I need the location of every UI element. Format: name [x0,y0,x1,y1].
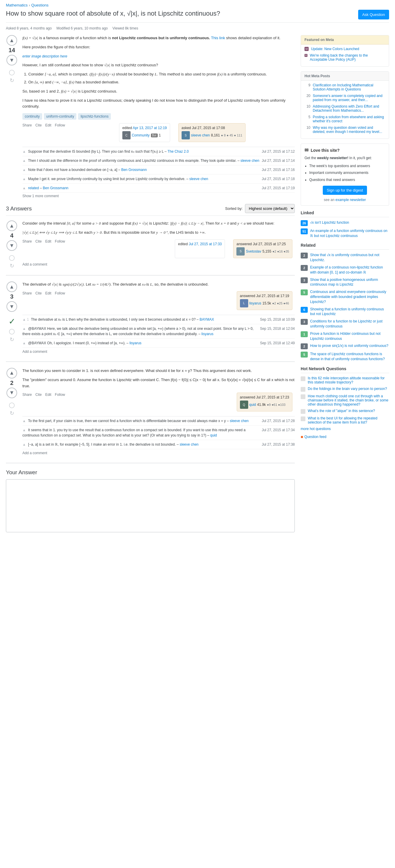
answer-3-vote-up[interactable]: ▲ [6,368,17,378]
hot-network-link-4[interactable]: What is the best UI for allowing the rep… [308,416,389,425]
answer-2-add-comment[interactable]: Add a comment [22,348,295,355]
related-header: Related [301,243,389,250]
hot-network-link-1[interactable]: Do the foldings in the brain vary person… [308,387,387,391]
vote-up-button[interactable]: ▲ [6,35,17,46]
answer-3-cite[interactable]: Cite [35,393,41,397]
more-hot-questions-link[interactable]: more hot questions [301,427,389,431]
hot-network-link-3[interactable]: What's the role of "atque" in this sente… [308,409,375,413]
answer-1-share[interactable]: Share [22,239,32,244]
related-link[interactable]: related [28,186,39,190]
related-link-5[interactable]: Conditions for a function to be Lipschit… [310,319,389,329]
show-more-comments[interactable]: Show 1 more comment [22,194,295,198]
answer-2-vote-down[interactable]: ▼ [6,301,17,312]
a3-comment-vote-2[interactable]: ▲ [22,442,26,446]
answer-1-bookmark[interactable]: ◯ [9,254,15,261]
comment-user-3[interactable]: sleeve chen [189,177,208,181]
share-link[interactable]: Share [22,123,32,127]
featured-link-1[interactable]: We're rolling back the changes to the Ac… [310,53,385,62]
related-link-1[interactable]: Example of a continuous non-lipschitz fu… [310,265,389,275]
hot-network-link-0[interactable]: Is this 62 mile interception altitude re… [308,376,389,384]
answer-1-edit[interactable]: Edit [45,239,51,244]
answer-1-vote-up[interactable]: ▲ [6,220,17,231]
related-link-7[interactable]: How to prove sin(1/x) is not uniformly c… [310,343,388,348]
comment-user-4[interactable]: Ben Grossmann [43,186,68,190]
editor-name[interactable]: Community [132,133,150,137]
a3-comment-vote-0[interactable]: ▲ [22,419,26,423]
a2-comment-vote-2[interactable]: ▲ [22,341,26,345]
answer-1-follow[interactable]: Follow [55,239,65,244]
a1-user-name[interactable]: Svetoslav [246,249,261,253]
comment-user-0[interactable]: The Chaz 2.0 [168,149,189,154]
featured-link-0[interactable]: Update: New Colors Launched [311,47,359,51]
tag-lipschitz[interactable]: lipschitz-functions [78,113,111,120]
edit-link[interactable]: Edit [45,123,51,127]
comment-user-2[interactable]: Ben Grossmann [121,168,147,172]
a3-comment-user-1[interactable]: quid [210,433,217,437]
tag-uniform-continuity[interactable]: uniform-continuity [44,113,77,120]
comment-vote-4[interactable]: ▲ [22,186,26,190]
edit-date-link[interactable]: Apr 13, 2017 at 12:19 [133,126,166,130]
sort-select[interactable]: Highest score (default) [245,204,295,213]
a1-edit-date[interactable]: Jul 27, 2015 at 17:33 [189,242,222,246]
a2-comment-user-2[interactable]: lisyarus [129,341,142,345]
comment-vote-2[interactable]: ▲ [22,168,26,172]
a2-comment-vote-0[interactable]: ▲ 1 [22,317,29,321]
answer-2-vote-up[interactable]: ▲ [6,281,17,292]
comment-vote-3[interactable]: ▲ [22,177,26,181]
answer-editor[interactable] [6,479,295,532]
answer-2-history[interactable]: ↻ [10,336,14,343]
answer-2-bookmark[interactable]: ◯ [9,328,15,335]
question-comments: ▲ Suppose that the derivative IS bounded… [22,147,295,198]
answer-3-history[interactable]: ↻ [10,410,14,416]
answer-1-vote-down[interactable]: ▼ [6,240,17,251]
comment-user-1[interactable]: sleeve chen [241,159,260,163]
follow-link[interactable]: Follow [55,123,65,127]
answer-1-cite[interactable]: Cite [35,239,41,244]
related-link-8[interactable]: The space of Lipschitz continuous functi… [310,352,389,362]
a3-comment-vote-1[interactable]: ▲ [22,428,26,432]
a2-comment-user-0[interactable]: BAYMAX [200,317,214,321]
a3-comment-user-0[interactable]: sleeve chen [230,419,248,423]
tag-continuity[interactable]: continuity [22,113,42,120]
this-link[interactable]: This link [211,36,225,40]
linked-link-0[interactable]: √x isn't Lipschitz function [310,220,349,225]
bookmark-button[interactable]: ◯ [9,69,15,75]
answer-2-edit[interactable]: Edit [45,291,51,295]
answer-1-history[interactable]: ↻ [10,262,14,269]
related-link-0[interactable]: Show that √x is uniformly continuous but… [310,253,389,262]
a3-user-name[interactable]: quid [249,403,256,407]
answer-3-edit[interactable]: Edit [45,393,51,397]
a2-comment-user-1[interactable]: lisyarus [201,332,213,336]
a2-comment-vote-1[interactable]: ▲ [22,327,26,331]
answer-1-add-comment[interactable]: Add a comment [22,260,295,268]
breadcrumb-home[interactable]: Mathematics [6,3,28,7]
history-button[interactable]: ↻ [10,77,14,84]
answer-3-follow[interactable]: Follow [55,393,65,397]
comment-vote-1[interactable]: ▲ [22,159,26,163]
answer-3-share[interactable]: Share [22,393,32,397]
answer-3-bookmark[interactable]: ◯ [9,402,15,408]
answer-2-cite[interactable]: Cite [35,291,41,295]
related-link-2[interactable]: Show that a positive homogeneous uniform… [310,277,389,287]
a3-comment-user-2[interactable]: sleeve chen [180,442,199,446]
cite-link[interactable]: Cite [35,123,41,127]
example-newsletter-link[interactable]: example newsletter [335,198,366,202]
related-link-6[interactable]: Prove a function is Hölder continuous bu… [310,331,389,341]
related-link-4[interactable]: Showing that a function is uniformly con… [310,307,389,317]
answer-3-vote-down[interactable]: ▼ [6,388,17,398]
answer-2-share[interactable]: Share [22,291,32,295]
related-link-3[interactable]: Continuous and almost everywhere continu… [310,289,389,304]
comment-vote-0[interactable]: ▲ [22,149,26,154]
breadcrumb-questions[interactable]: Questions [31,3,49,7]
question-feed-link[interactable]: Question feed [304,435,326,439]
a3-user-avatar: Q [240,401,248,409]
ask-question-button[interactable]: Ask Question [358,10,389,20]
linked-link-1[interactable]: An example of a function uniformly conti… [310,228,389,239]
a2-user-name[interactable]: lisyarus [249,301,262,305]
vote-down-button[interactable]: ▼ [6,55,17,65]
asker-name[interactable]: sleeve chen [191,133,210,137]
answer-2-follow[interactable]: Follow [55,291,65,295]
answer-3-add-comment[interactable]: Add a comment [22,449,295,457]
signup-button[interactable]: Sign up for the digest [323,186,367,195]
hot-network-link-2[interactable]: How much clothing could one cut through … [308,394,389,406]
